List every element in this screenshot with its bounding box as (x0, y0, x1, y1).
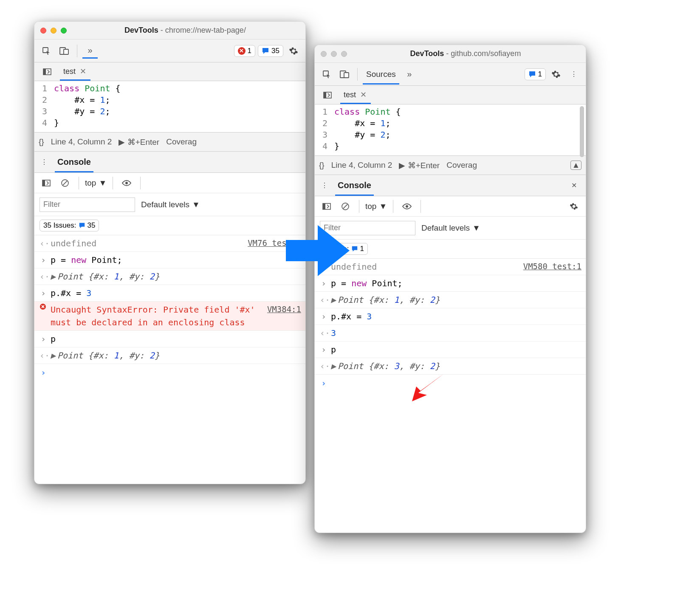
svg-rect-17 (323, 203, 325, 209)
error-icon: ✕ (238, 47, 246, 55)
device-toggle-icon[interactable] (56, 43, 72, 59)
title-url: chrome://new-tab-page/ (165, 26, 246, 34)
console-prompt[interactable]: › (315, 374, 586, 391)
more-icon[interactable]: ⋮ (319, 178, 330, 193)
console-log: ‹· undefined VM76 test:1 › p = new Point… (34, 235, 305, 381)
console-settings-icon[interactable] (566, 199, 581, 214)
messages-count: 1 (538, 70, 542, 79)
clear-console-icon[interactable] (338, 199, 353, 214)
file-tab[interactable]: test ✕ (60, 62, 90, 81)
inspect-icon[interactable] (39, 43, 54, 59)
minimize-icon[interactable] (51, 28, 56, 34)
svg-rect-15 (324, 92, 326, 98)
live-expression-icon[interactable] (399, 199, 415, 214)
separator (359, 200, 359, 213)
close-tab-icon[interactable]: ✕ (80, 67, 86, 76)
expand-icon[interactable]: ▶ (51, 349, 56, 362)
context-selector[interactable]: top ▼ (85, 178, 107, 188)
format-icon[interactable]: {} (319, 161, 325, 170)
svg-point-9 (125, 182, 128, 184)
console-controls: top ▼ (315, 196, 586, 217)
output-glyph-icon: ‹· (40, 349, 47, 362)
close-icon[interactable] (40, 28, 46, 34)
log-input-row: › p (34, 330, 305, 347)
messages-count: 35 (271, 47, 279, 55)
console-prompt[interactable]: › (34, 364, 305, 381)
log-input-row: › p.#x = 3 (34, 285, 305, 301)
log-text: undefined (331, 260, 520, 273)
log-text: 3 (331, 327, 581, 339)
issues-label: 35 Issues: (43, 221, 76, 230)
expand-icon[interactable]: ▶ (51, 270, 56, 283)
chevron-down-icon: ▼ (379, 202, 387, 211)
file-tab[interactable]: test ✕ (340, 86, 371, 104)
expand-icon[interactable]: ▶ (331, 293, 336, 306)
svg-line-8 (63, 181, 67, 185)
coverage-tab[interactable]: Coverag (446, 161, 477, 170)
code-editor[interactable]: 1234 class Point { #x = 1; #y = 2; } (34, 81, 305, 132)
issues-badge[interactable]: 35 Issues: 35 (40, 220, 99, 231)
sidebar-toggle-icon[interactable] (319, 199, 334, 214)
console-tab[interactable]: Console (55, 152, 93, 172)
log-source-link[interactable]: VM580 test:1 (523, 260, 581, 273)
settings-icon[interactable] (286, 43, 301, 59)
filter-input[interactable] (40, 197, 135, 212)
collapse-icon[interactable]: ▲ (570, 161, 581, 170)
more-icon[interactable]: ⋮ (39, 155, 50, 170)
navigator-toggle-icon[interactable] (320, 87, 335, 103)
filter-row: Default levels ▼ (315, 217, 586, 240)
scrollbar[interactable] (580, 106, 584, 157)
svg-point-20 (406, 205, 408, 208)
clear-console-icon[interactable] (57, 175, 73, 191)
sources-tab[interactable]: Sources (363, 64, 399, 85)
context-selector[interactable]: top ▼ (365, 202, 387, 211)
devtools-window-before: DevTools - chrome://new-tab-page/ » ✕ 1 … (34, 21, 306, 484)
log-text[interactable]: ▶Point {#x: 1, #y: 2} (331, 293, 581, 306)
issues-count: 1 (360, 245, 364, 253)
error-badge[interactable]: ✕ 1 (234, 45, 255, 57)
live-expression-icon[interactable] (119, 175, 134, 191)
console-drawer-header: ⋮ Console (34, 152, 305, 173)
log-levels-selector[interactable]: Default levels ▼ (421, 223, 480, 233)
log-text[interactable]: ▶Point {#x: 3, #y: 2} (331, 360, 581, 372)
run-hint[interactable]: ▶ ⌘+Enter (119, 137, 159, 147)
console-drawer-header: ⋮ Console ✕ (315, 175, 586, 196)
close-drawer-icon[interactable]: ✕ (566, 178, 581, 193)
close-icon[interactable] (321, 51, 327, 57)
svg-rect-13 (344, 73, 349, 78)
inspect-icon[interactable] (319, 67, 334, 82)
title-prefix: DevTools (124, 26, 158, 34)
close-tab-icon[interactable]: ✕ (360, 90, 367, 99)
editor-statusbar: {} Line 4, Column 2 ▶ ⌘+Enter Coverag ▲ (315, 155, 586, 175)
code-content: class Point { #x = 1; #y = 2; } (332, 106, 401, 152)
titlebar: DevTools - chrome://new-tab-page/ (34, 22, 305, 39)
coverage-tab[interactable]: Coverag (166, 137, 197, 147)
message-icon (528, 71, 536, 78)
log-text[interactable]: ▶Point {#x: 1, #y: 2} (51, 270, 301, 283)
message-icon (262, 47, 269, 55)
log-text: p (51, 333, 301, 345)
log-levels-selector[interactable]: Default levels ▼ (141, 200, 200, 209)
format-icon[interactable]: {} (39, 137, 44, 147)
run-hint[interactable]: ▶ ⌘+Enter (399, 161, 440, 170)
log-source-link[interactable]: VM384:1 (267, 303, 301, 316)
navigator-toggle-icon[interactable] (40, 64, 55, 79)
sidebar-toggle-icon[interactable] (39, 175, 54, 191)
log-output-row: ‹· 3 (315, 324, 586, 341)
file-tab-label: test (344, 90, 356, 99)
expand-icon[interactable]: ▶ (331, 360, 336, 372)
code-editor[interactable]: 1234 class Point { #x = 1; #y = 2; } (315, 104, 586, 155)
kebab-menu-icon[interactable]: ⋮ (566, 67, 581, 82)
messages-badge[interactable]: 35 (258, 45, 283, 57)
more-tabs-icon[interactable]: » (82, 43, 98, 59)
zoom-icon[interactable] (341, 51, 347, 57)
device-toggle-icon[interactable] (337, 67, 352, 82)
console-tab[interactable]: Console (335, 175, 374, 196)
more-tabs-icon[interactable]: » (402, 67, 417, 82)
minimize-icon[interactable] (331, 51, 337, 57)
log-text[interactable]: ▶Point {#x: 1, #y: 2} (51, 349, 301, 362)
settings-icon[interactable] (548, 67, 564, 82)
messages-badge[interactable]: 1 (525, 68, 546, 80)
highlight-arrow-icon (408, 370, 446, 403)
zoom-icon[interactable] (61, 28, 67, 34)
